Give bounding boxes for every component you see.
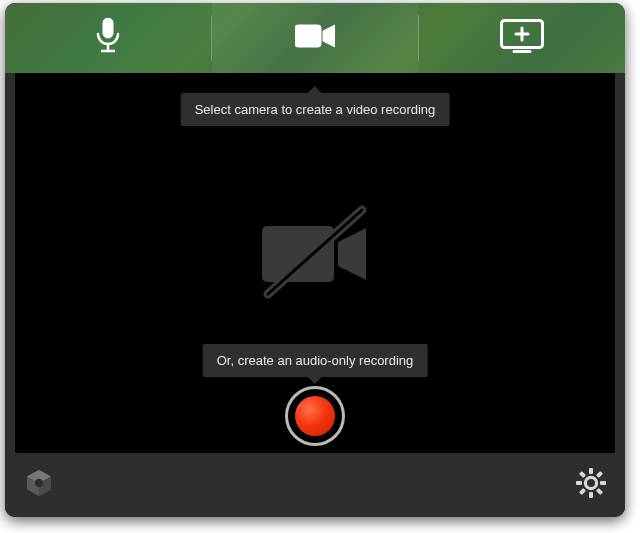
video-camera-icon [295, 23, 335, 53]
video-tab[interactable] [212, 3, 418, 73]
svg-point-11 [35, 479, 43, 487]
audio-tab[interactable] [5, 3, 211, 73]
microphone-icon [96, 18, 120, 58]
app-logo-button[interactable] [21, 467, 57, 503]
svg-rect-16 [600, 481, 606, 485]
svg-rect-20 [596, 488, 603, 495]
svg-rect-14 [589, 492, 593, 498]
select-camera-tooltip: Select camera to create a video recordin… [181, 93, 450, 126]
screen-plus-icon [500, 19, 544, 57]
screen-tab[interactable] [419, 3, 625, 73]
bottom-bar [5, 453, 625, 517]
svg-rect-18 [579, 488, 586, 495]
audio-only-tooltip: Or, create an audio-only recording [203, 344, 428, 377]
app-logo-icon [24, 468, 54, 502]
svg-rect-17 [596, 471, 603, 478]
svg-rect-3 [295, 25, 321, 47]
mode-tab-bar [5, 3, 625, 73]
camera-off-icon [250, 294, 380, 311]
gear-icon [576, 468, 606, 502]
camera-off-placeholder [250, 198, 380, 312]
svg-rect-0 [103, 18, 113, 38]
preview-viewport: Select camera to create a video recordin… [15, 73, 615, 453]
svg-point-21 [587, 479, 595, 487]
record-icon [295, 396, 335, 436]
svg-rect-15 [576, 481, 582, 485]
svg-rect-19 [579, 471, 586, 478]
svg-rect-8 [262, 226, 334, 282]
svg-rect-13 [589, 468, 593, 474]
recorder-window: Select camera to create a video recordin… [5, 3, 625, 517]
settings-button[interactable] [573, 467, 609, 503]
record-button[interactable] [285, 386, 345, 446]
